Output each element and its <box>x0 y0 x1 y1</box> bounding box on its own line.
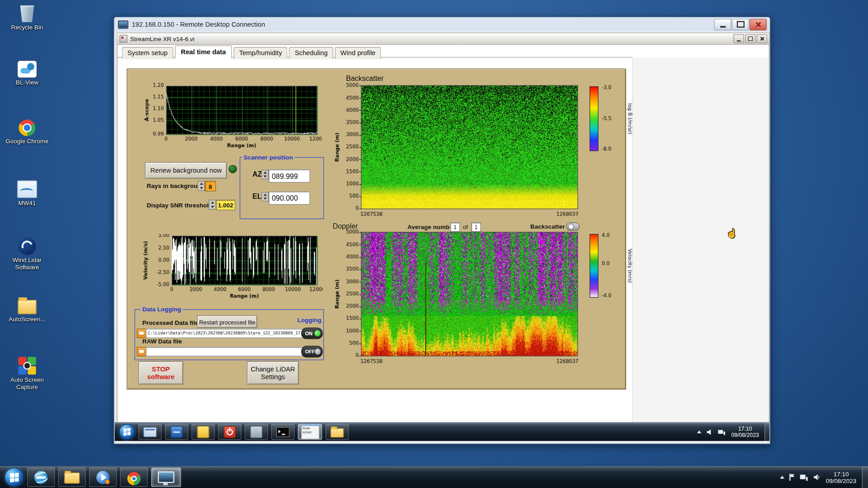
desktop-icon-auto-screen-capture[interactable]: Auto Screen Capture <box>3 355 51 390</box>
remote-desktop-icon <box>158 471 175 483</box>
raw-path-field[interactable] <box>146 347 303 357</box>
remote-taskbar-console[interactable] <box>271 424 294 440</box>
remote-start-button[interactable] <box>119 424 135 440</box>
taskbar-explorer[interactable] <box>58 468 86 487</box>
processed-path-field[interactable]: C:\Lidar\Data\Proc\2023\202308\20230809\… <box>146 328 303 338</box>
windows-flag-icon <box>123 428 131 436</box>
internet-explorer-icon <box>34 470 47 483</box>
rdp-window: 192.168.0.150 - Remote Desktop Connectio… <box>113 17 770 445</box>
windows-flag-icon <box>9 472 19 482</box>
remote-taskbar-app-gray[interactable] <box>245 424 268 440</box>
processed-logging-toggle[interactable]: ON <box>301 328 323 339</box>
remote-clock[interactable]: 17:10 09/08/2023 <box>731 425 759 438</box>
backscatter-display-toggle[interactable] <box>566 222 580 230</box>
background-led <box>229 165 237 173</box>
remote-tray-volume-icon[interactable] <box>706 428 713 435</box>
raw-logging-toggle[interactable]: OFF <box>301 346 323 357</box>
chrome-icon <box>127 472 141 485</box>
raw-data-file-label: RAW Data file <box>142 338 182 345</box>
console-icon <box>276 427 289 437</box>
app-minimize-button[interactable] <box>733 34 744 43</box>
of-label: of <box>463 224 468 230</box>
desktop-icon-mw41[interactable]: MW41 <box>3 178 51 207</box>
tab-real-time-data[interactable]: Real time data <box>175 45 232 58</box>
icon-label: Recycle Bin <box>3 24 51 31</box>
el-label: EL <box>252 192 261 200</box>
raw-path-drive-icon[interactable] <box>137 347 146 357</box>
rays-value-field[interactable]: 8 <box>205 181 216 191</box>
remote-taskbar-app-yellow[interactable] <box>192 424 215 440</box>
remote-tray-network-icon[interactable] <box>718 428 726 435</box>
remote-taskbar-explorer[interactable] <box>138 424 161 440</box>
remote-taskbar-app-blue[interactable] <box>165 424 188 440</box>
taskbar-chrome[interactable] <box>120 468 148 487</box>
maximize-button[interactable] <box>732 19 749 30</box>
average-total-field[interactable]: 1 <box>471 222 481 232</box>
remote-show-desktop-button[interactable] <box>764 423 769 441</box>
tray-network-icon[interactable] <box>800 474 808 481</box>
host-clock[interactable]: 17:10 09/08/2023 <box>826 470 856 483</box>
start-button[interactable] <box>5 468 24 487</box>
rays-spinner[interactable] <box>198 181 205 191</box>
app-maximize-button[interactable] <box>745 34 755 43</box>
on-led-icon <box>315 330 321 336</box>
data-logging-box: Processed Data file Restart processed fi… <box>135 309 324 360</box>
close-button[interactable] <box>750 19 767 30</box>
remote-tray-caret-icon[interactable] <box>697 431 702 433</box>
icon-label: BL-View <box>3 79 51 86</box>
app-titlebar[interactable]: StreamLine XR v14-6.vi <box>118 33 769 45</box>
snr-threshold-label: Display SNR threshold <box>146 202 212 209</box>
desktop: Recycle Bin BL-View Google Chrome MW41 W… <box>0 0 868 488</box>
app-window-title: StreamLine XR v14-6.vi <box>130 35 194 42</box>
folder-icon <box>18 300 37 314</box>
rays-in-background-label: Rays in background <box>146 183 205 189</box>
tray-caret-icon[interactable] <box>780 476 784 479</box>
tray-flag-icon[interactable] <box>789 474 795 481</box>
az-value-field[interactable]: 089.999 <box>269 169 310 183</box>
desktop-icon-wind-lidar[interactable]: Wind Lidar Software <box>3 236 51 271</box>
icon-label: Auto Screen Capture <box>3 376 51 391</box>
backscatter-heatmap <box>331 82 581 218</box>
taskbar-ie[interactable] <box>27 468 55 487</box>
el-value-field[interactable]: 090.000 <box>269 192 310 205</box>
show-desktop-button[interactable] <box>862 466 868 488</box>
doppler-heatmap <box>331 230 581 367</box>
data-logging-title: Data Logging <box>141 306 183 313</box>
desktop-icon-recycle-bin[interactable]: Recycle Bin <box>3 2 51 31</box>
tray-volume-icon[interactable] <box>813 474 821 481</box>
logging-label: Logging <box>297 316 321 323</box>
snr-value-field[interactable]: 1.002 <box>216 200 236 210</box>
icon-label: MW41 <box>3 200 51 207</box>
taskbar-rdp-active[interactable] <box>151 468 181 487</box>
velocity-graph <box>140 234 323 303</box>
remote-taskbar-folder[interactable] <box>326 424 349 440</box>
processed-path-drive-icon[interactable] <box>137 328 146 338</box>
desktop-icon-chrome[interactable]: Google Chrome <box>3 117 51 145</box>
minimize-button[interactable] <box>714 19 731 30</box>
renew-background-button[interactable]: Renew background now <box>145 162 227 179</box>
tab-wind-profile[interactable]: Wind profile <box>335 47 381 59</box>
tab-scheduling[interactable]: Scheduling <box>289 47 333 59</box>
desktop-icon-autoscreen-folder[interactable]: AutoScreen... <box>3 296 51 323</box>
app-close-button[interactable] <box>757 34 767 43</box>
streamline-app-window: StreamLine XR v14-6.vi System setup Real… <box>117 33 769 423</box>
recycle-bin-icon <box>19 2 36 22</box>
desktop-icon-bl-view[interactable]: BL-View <box>3 59 51 86</box>
average-number-field[interactable]: 1 <box>450 222 460 232</box>
rdp-titlebar[interactable]: 192.168.0.150 - Remote Desktop Connectio… <box>114 17 770 32</box>
el-spinner[interactable] <box>261 192 269 202</box>
taskbar-media-player[interactable] <box>89 468 117 487</box>
auto-screen-capture-icon <box>18 357 36 375</box>
yellow-app-icon <box>197 426 209 438</box>
snr-spinner[interactable] <box>209 200 216 210</box>
remote-taskbar-scan-sched[interactable]: Scansched <box>298 424 322 440</box>
tab-system-setup[interactable]: System setup <box>122 47 173 59</box>
remote-taskbar-power[interactable] <box>218 424 241 440</box>
az-spinner[interactable] <box>261 170 269 179</box>
mw41-icon <box>17 180 37 198</box>
stop-software-button[interactable]: STOP software <box>138 361 183 385</box>
close-icon <box>760 37 764 41</box>
change-lidar-settings-button[interactable]: Change LiDAR Settings <box>247 361 299 385</box>
restart-processed-file-button[interactable]: Restart processed file <box>197 315 257 328</box>
tab-temp-humidity[interactable]: Temp/humidity <box>234 47 288 59</box>
